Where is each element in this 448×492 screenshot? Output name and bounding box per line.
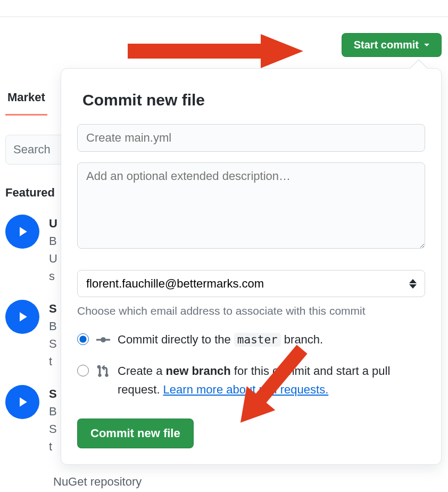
play-icon (5, 300, 39, 334)
start-commit-button[interactable]: Start commit (342, 33, 442, 57)
chevron-down-icon (424, 44, 429, 46)
commit-description-textarea[interactable] (77, 162, 425, 249)
play-icon (5, 215, 39, 249)
commit-target-radio-group: Commit directly to the master branch. Cr… (77, 330, 425, 399)
commit-new-file-button[interactable]: Commit new file (77, 419, 194, 448)
action-text: S B S t (49, 385, 57, 455)
action-text: S B S t (49, 300, 57, 370)
play-icon (5, 385, 39, 419)
start-commit-label: Start commit (354, 39, 419, 51)
radio-new-branch[interactable]: Create a new branch for this commit and … (77, 362, 425, 399)
radio-input[interactable] (77, 365, 89, 376)
radio-commit-direct[interactable]: Commit directly to the master branch. (77, 330, 425, 352)
nuget-text: NuGet repository (53, 475, 142, 489)
git-commit-icon (96, 333, 110, 352)
action-text: U B U s (49, 215, 57, 285)
radio-label: Commit directly to the master branch. (118, 330, 425, 349)
git-pull-request-icon (96, 364, 110, 383)
svg-marker-0 (128, 34, 303, 68)
radio-input[interactable] (77, 333, 89, 345)
commit-popover: Commit new file florent.fauchille@better… (61, 68, 442, 465)
commit-summary-input[interactable] (77, 124, 425, 152)
topbar (0, 0, 448, 17)
popover-title: Commit new file (82, 91, 420, 109)
annotation-arrow-icon (128, 30, 309, 72)
search-input[interactable]: Search (5, 135, 69, 165)
email-hint: Choose which email address to associate … (77, 305, 425, 317)
learn-more-link[interactable]: Learn more about pull requests. (163, 383, 329, 396)
radio-label: Create a new branch for this commit and … (118, 362, 425, 399)
tab-marketplace[interactable]: Market (5, 80, 47, 116)
email-select[interactable]: florent.fauchille@bettermarks.com (77, 270, 425, 297)
